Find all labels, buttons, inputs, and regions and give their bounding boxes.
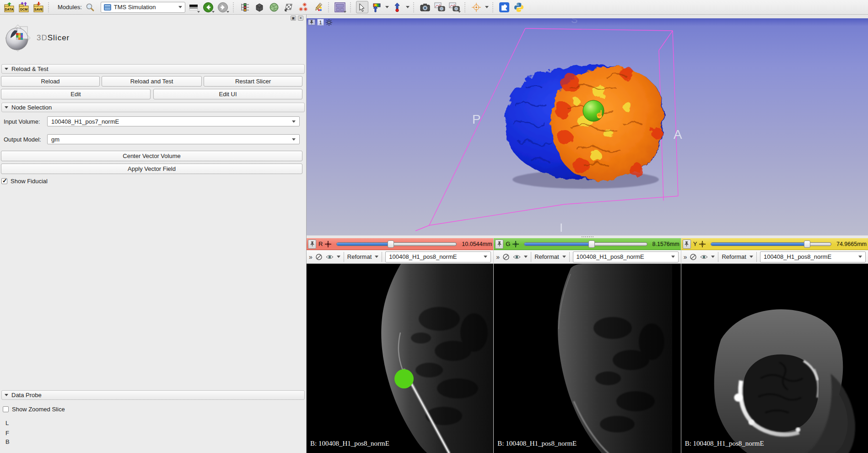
transforms-grid-icon[interactable] [283,1,295,13]
slice-image-red [307,264,493,453]
more-options-chevrons[interactable]: » [496,253,499,261]
slice-volume-combobox[interactable]: 100408_H1_pos8_normE [573,251,679,262]
mouse-pointer-icon[interactable] [356,1,368,13]
slice-offset-slider[interactable] [711,240,831,249]
restart-slicer-button[interactable]: Restart Slicer [204,76,302,87]
place-fiducial-icon[interactable] [391,1,404,13]
chevron-down-icon[interactable] [375,256,378,258]
threed-view[interactable]: 1 S P A I [307,18,868,235]
pin-icon[interactable] [495,240,503,249]
center-vector-volume-button[interactable]: Center Vector Volume [1,151,302,161]
reload-and-test-button[interactable]: Reload and Test [102,76,202,87]
toolbar-separator [350,2,352,12]
chevron-down-icon[interactable] [524,256,528,258]
show-zoomed-slice-checkbox[interactable] [3,406,9,412]
slice-visibility-icon[interactable] [512,241,519,247]
slider-handle[interactable] [388,240,394,248]
slice-volume-combobox[interactable]: 100408_H1_pos8_normE [385,251,491,262]
slice-volume-combobox[interactable]: 100408_H1_pos8_normE [760,251,866,262]
slice-visibility-icon[interactable] [699,241,706,247]
slice-viewport-yellow[interactable]: B: 100408_H1_pos8_normE [681,264,868,453]
section-title: Reload & Test [11,65,49,72]
slice-offset-slider[interactable] [524,240,647,249]
load-dicom-icon[interactable]: DCM [17,1,30,13]
pin-icon[interactable] [683,240,691,249]
models-sphere-icon[interactable] [268,1,280,13]
markups-stars-icon[interactable]: ✳✳✳ [297,1,310,13]
reload-button[interactable]: Reload [1,76,100,87]
probe-line-f: F [5,430,9,437]
view-settings-gear-icon[interactable] [326,19,332,26]
pin-icon[interactable] [308,240,316,249]
screenshot-icon[interactable] [419,1,431,13]
crosshair-icon[interactable] [470,1,483,13]
section-title: Node Selection [11,104,52,111]
pin-icon[interactable] [308,19,315,25]
slice-viewport-red[interactable]: B: 100408_H1_pos8_normE [307,264,493,453]
adjust-window-level-icon[interactable] [371,1,383,13]
link-slices-icon[interactable] [315,253,323,261]
threed-view-controller-bar: 1 [307,18,868,26]
reformat-dropdown[interactable]: Reformat [347,253,372,260]
save-icon[interactable]: SAVE [32,1,44,13]
slice-visibility-eye-icon[interactable] [513,254,521,260]
module-select[interactable]: TMS Simulation [101,2,185,13]
module-search-icon[interactable] [84,1,97,13]
slice-column-yellow: Y 74.9665mm » Reformat [681,238,868,453]
slice-viewport-green[interactable]: B: 100408_H1_pos8_normE [494,264,680,453]
module-panel: ▣ ✕ 3DSlicer [0,15,307,453]
toolbar-separator [492,2,495,12]
extensions-manager-icon[interactable] [498,1,511,13]
chevron-down-icon[interactable] [406,6,410,8]
slice-image-yellow [681,264,866,453]
volumes-cube-icon[interactable] [253,1,266,13]
toolbar-separator [344,252,344,262]
slicer-logo-icon [4,24,32,52]
chevron-down-icon[interactable] [385,6,389,8]
more-options-chevrons[interactable]: » [684,253,687,261]
slice-visibility-icon[interactable] [325,241,331,247]
section-reload-test[interactable]: Reload & Test [1,64,305,74]
close-panel-icon[interactable]: ✕ [298,16,303,21]
section-data-probe[interactable]: Data Probe [1,390,305,400]
apply-vector-field-button[interactable]: Apply Vector Field [1,164,302,174]
chevron-down-icon[interactable] [562,256,566,258]
module-hierarchy-icon[interactable] [239,1,251,13]
chevron-down-icon[interactable] [749,256,753,258]
module-select-icon [104,4,111,11]
threed-scene: ☝ [307,18,868,235]
collapse-triangle-icon [5,106,8,109]
scene-view-icon[interactable] [434,1,446,13]
input-volume-combobox[interactable]: 100408_H1_pos7_normE [47,116,300,126]
slice-offset-slider[interactable] [336,240,457,249]
slider-handle[interactable] [804,240,810,248]
fiducial-dot [394,369,414,388]
window-level-stripes-icon[interactable] [188,1,200,13]
chevron-down-icon[interactable] [485,6,489,8]
edit-button[interactable]: Edit [1,89,151,99]
editor-pencil-icon[interactable] [312,1,324,13]
link-slices-icon[interactable] [502,253,510,261]
reformat-dropdown[interactable]: Reformat [722,253,746,260]
slice-visibility-eye-icon[interactable] [700,254,708,260]
history-back-icon[interactable] [202,1,215,13]
reformat-dropdown[interactable]: Reformat [534,253,559,260]
chevron-down-icon [292,120,296,123]
section-node-selection[interactable]: Node Selection [1,103,305,112]
scene-view-capture-icon[interactable] [448,1,461,13]
python-console-icon[interactable] [513,1,525,13]
load-data-icon[interactable]: DATA [3,1,15,13]
float-panel-icon[interactable]: ▣ [291,16,296,21]
history-forward-icon[interactable] [217,1,229,13]
link-slices-icon[interactable] [690,253,697,261]
chevron-down-icon[interactable] [711,256,715,258]
show-fiducial-checkbox[interactable] [1,178,7,184]
layout-icon[interactable] [334,1,346,13]
slider-fill [711,243,807,246]
chevron-down-icon[interactable] [337,256,340,258]
edit-ui-button[interactable]: Edit UI [153,89,302,99]
slice-visibility-eye-icon[interactable] [326,254,334,260]
slider-handle[interactable] [588,240,595,248]
output-model-combobox[interactable]: gm [47,134,300,144]
more-options-chevrons[interactable]: » [309,253,312,261]
